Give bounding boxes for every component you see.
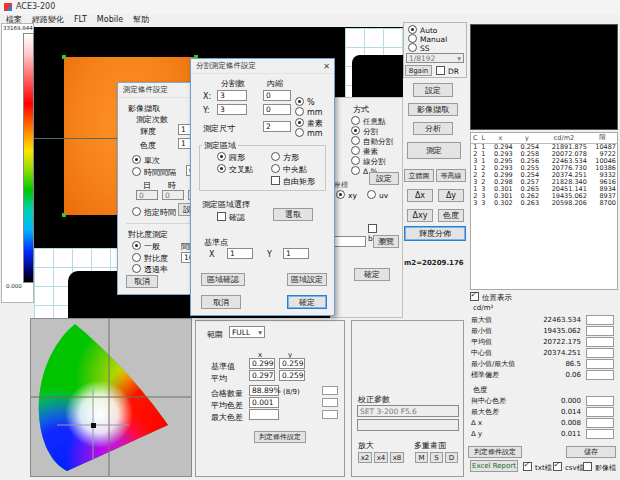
max-colordiff-label: 最大色差 xyxy=(211,412,243,423)
zoom-scale-button[interactable]: x2 xyxy=(358,452,372,463)
delta-xy-button[interactable]: Δxy xyxy=(407,209,433,222)
multi-screen-button[interactable]: M xyxy=(415,452,428,463)
measure-button[interactable]: 測定 xyxy=(407,142,461,159)
capture-button[interactable]: 影像擷取 xyxy=(408,103,458,116)
multi-screen-button[interactable]: D xyxy=(445,452,458,463)
average-x-field[interactable]: 0.297 xyxy=(249,370,275,381)
method-panel: 方式 任意點分割自動分割畫素線分割Δ % 設定 座標 xy uv bitmap … xyxy=(330,97,403,318)
table-row[interactable]: 110.2940.25421891.87510487 xyxy=(471,144,617,152)
luminance-stat-row: 中心值20374.251 xyxy=(471,347,614,358)
shutter-dropdown[interactable]: 1/8192▾ xyxy=(406,53,464,63)
size-field[interactable]: 2 xyxy=(263,121,291,132)
coord-uv-radio[interactable]: uv xyxy=(367,190,388,200)
range-dropdown[interactable]: FULL▾ xyxy=(229,326,265,338)
judge-condition-set-button[interactable]: 判定條件設定 xyxy=(254,431,306,443)
zoom-scale-button[interactable]: x4 xyxy=(374,452,388,463)
transmittance-radio[interactable]: 透過率 xyxy=(132,264,168,275)
judge-box xyxy=(586,370,614,380)
chroma-count-label: 色度 xyxy=(140,140,156,151)
cie-chromaticity-diagram[interactable] xyxy=(30,318,192,477)
bitmap-path-field[interactable] xyxy=(334,236,366,247)
split-ok-button[interactable]: 確定 xyxy=(287,295,327,309)
luminance-distribution-button[interactable]: 輝度分佈 xyxy=(404,226,466,241)
browse-button[interactable]: 瀏覽 xyxy=(373,235,399,248)
calibration-label: 校正參數 xyxy=(358,394,390,405)
multi-screen-button[interactable]: S xyxy=(430,452,443,463)
confirm-checkbox[interactable]: 確認 xyxy=(217,212,245,223)
reference-y-field[interactable]: 0.259 xyxy=(279,358,305,369)
base-y-field[interactable]: 1 xyxy=(283,248,309,259)
x-inset-field[interactable]: 0 xyxy=(263,90,291,101)
division-label: 分割數 xyxy=(221,78,245,89)
y-inset-field[interactable]: 0 xyxy=(263,104,291,115)
table-row[interactable]: 120.2930.25520776.73010386 xyxy=(471,165,617,172)
specified-time-radio[interactable]: 指定時間 xyxy=(132,207,176,218)
table-row[interactable]: 230.3010.26219435.0628937 xyxy=(471,193,617,200)
day-field[interactable]: 0 xyxy=(136,190,158,200)
ss-radio[interactable]: SS xyxy=(408,43,430,53)
square-radio[interactable]: 方形 xyxy=(271,152,299,163)
hour-field[interactable]: 0 xyxy=(162,190,184,200)
general-radio[interactable]: 一般 xyxy=(132,241,160,252)
x-division-field[interactable]: 3 xyxy=(217,90,247,101)
csv-file-checkbox[interactable]: csv檔 xyxy=(553,462,584,473)
menu-item[interactable]: FLT xyxy=(74,15,87,24)
position-display-checkbox[interactable]: 位置表示 xyxy=(470,292,512,303)
analyze-button[interactable]: 分析 xyxy=(413,122,453,135)
white-point-marker xyxy=(91,423,96,428)
circle-radio[interactable]: 圓形 xyxy=(217,152,245,163)
split-dialog-title: 分割測定條件設定 xyxy=(196,61,256,71)
method-set-button[interactable]: 設定 xyxy=(369,172,399,185)
inset-percent-radio[interactable]: % xyxy=(295,97,315,107)
split-dialog-titlebar[interactable]: 分割測定條件設定 ✕ xyxy=(191,59,334,74)
region-set-button[interactable]: 區域設定 xyxy=(287,273,327,286)
interval-radio[interactable]: 時間間隔 xyxy=(132,167,176,178)
split-cancel-button[interactable]: 取消 xyxy=(201,295,241,309)
save-button[interactable]: 儲存 xyxy=(566,446,616,458)
app-window: { "window": { "title": "ACE3-200", "menu… xyxy=(0,0,620,480)
set-button[interactable]: 設定 xyxy=(413,83,453,97)
region-label: 測定區域 xyxy=(202,140,238,151)
method-ok-button[interactable]: 確定 xyxy=(354,268,390,281)
size-mm-radio[interactable]: mm xyxy=(295,128,323,138)
y-division-field[interactable]: 3 xyxy=(217,104,247,115)
single-radio[interactable]: 單次 xyxy=(132,155,160,166)
excel-report-button[interactable]: Excel Report xyxy=(470,460,518,472)
delta-x-button[interactable]: Δx xyxy=(407,189,433,202)
inset-mm-radio[interactable]: mm xyxy=(295,107,323,117)
coord-xy-radio[interactable]: xy xyxy=(336,190,357,200)
dr-checkbox[interactable]: DR xyxy=(436,66,459,76)
base-x-field[interactable]: 1 xyxy=(227,248,253,259)
menu-item[interactable]: Mobile xyxy=(97,15,123,24)
x-row-label: X: xyxy=(203,92,211,101)
contrast-radio[interactable]: 對比度 xyxy=(132,253,168,264)
close-icon[interactable]: ✕ xyxy=(323,62,330,71)
plot3d-button[interactable]: 立體圖 xyxy=(404,169,434,182)
chroma-button[interactable]: 色度 xyxy=(438,209,464,222)
table-row[interactable]: 130.3010.26520451.1418934 xyxy=(471,186,617,193)
measurement-table-panel[interactable]: CLxycd/m2階110.2940.25421891.87510487210.… xyxy=(470,132,618,290)
image-file-checkbox[interactable]: 影像檔 xyxy=(583,462,616,473)
measure-cancel-button[interactable]: 取消 xyxy=(126,275,158,288)
gain-button[interactable]: 8gain xyxy=(405,65,432,76)
region-confirm-button[interactable]: 區域確認 xyxy=(201,273,245,286)
menu-item[interactable]: 幫助 xyxy=(133,14,149,25)
menu-item[interactable]: 經路變化 xyxy=(32,14,64,25)
zoom-scale-button[interactable]: x8 xyxy=(390,452,404,463)
table-row[interactable]: 220.2990.25420374.2519332 xyxy=(471,172,617,179)
average-y-field[interactable]: 0.259 xyxy=(279,370,305,381)
pick-button[interactable]: 選取 xyxy=(273,208,313,221)
free-rect-checkbox[interactable]: 自由矩形 xyxy=(271,176,315,187)
center-point-radio[interactable]: 中央點 xyxy=(271,164,307,175)
txt-file-checkbox[interactable]: txt檔 xyxy=(523,462,552,473)
chroma-stat-row: Δ y0.011 xyxy=(471,428,614,439)
method-label: 方式 xyxy=(353,104,369,115)
delta-y-button[interactable]: Δy xyxy=(438,189,464,202)
judge-condition-button[interactable]: 判定條件設定 xyxy=(468,446,522,458)
contour-button[interactable]: 等高線 xyxy=(436,169,466,182)
reference-x-field[interactable]: 0.299 xyxy=(249,358,275,369)
table-row[interactable]: 320.2980.25721828.3409616 xyxy=(471,179,617,186)
result-thumbnail-view[interactable] xyxy=(470,24,618,130)
cross-point-radio[interactable]: 交叉點 xyxy=(217,164,253,175)
table-row[interactable]: 330.3020.26320598.2068700 xyxy=(471,200,617,207)
